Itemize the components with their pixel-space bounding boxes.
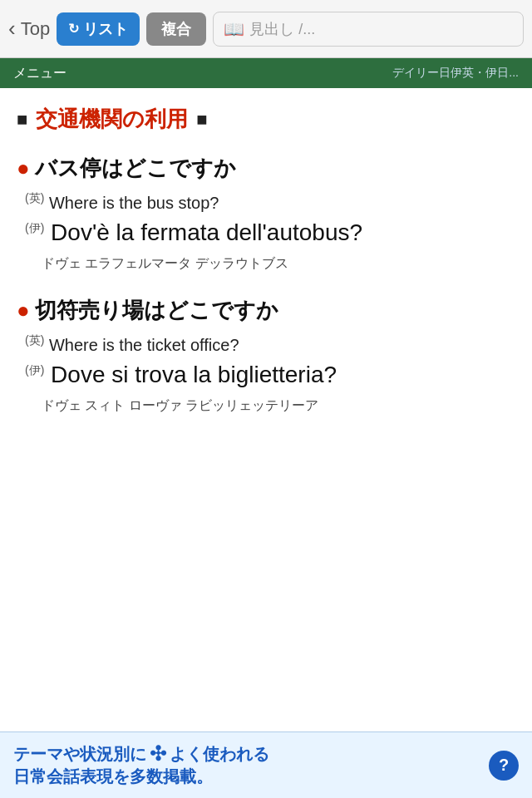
banner-line1-text2: よく使われる (170, 743, 269, 766)
midashi-button-label: 見出し /... (249, 19, 315, 39)
chapter-title-text: 交通機関の利用 (36, 105, 188, 134)
phrase-kana-text-2: ドヴェ スィト ローヴァ ラビッリェッテリーア (42, 398, 318, 412)
phrase-en-text-1: Where is the bus stop? (49, 194, 219, 212)
phrase-it-text-2: Dove si trova la biglietteria? (51, 362, 337, 387)
banner-line2: 日常会話表現を多数掲載。 (13, 766, 480, 788)
list-button-label: リスト (83, 19, 128, 39)
list-button[interactable]: ↻ リスト (57, 12, 140, 46)
phrase-title-1: ● バス停はどこですか (17, 154, 515, 183)
phrase-en-label-2: (英) (25, 333, 44, 347)
section-header: メニュー デイリー日伊英・伊日... (0, 58, 532, 88)
phrase-it-text-1: Dov'è la fermata dell'autobus? (51, 219, 362, 245)
phrase-it-label-1: (伊) (25, 220, 44, 234)
main-content: ■ 交通機関の利用 ■ ● バス停はどこですか (英) Where is the… (0, 88, 532, 732)
back-label: Top (21, 18, 50, 40)
banner-line1: テーマや状況別に ✣ よく使われる (13, 742, 480, 766)
phrase-en-2: (英) Where is the ticket office? (25, 333, 515, 355)
phrase-dot-2: ● (17, 298, 30, 323)
refresh-icon: ↻ (68, 21, 79, 37)
square-prefix-icon: ■ (17, 109, 27, 131)
square-suffix-icon: ■ (196, 109, 207, 131)
banner-line1-text: テーマや状況別に (13, 743, 146, 766)
phrase-en-1: (英) Where is the bus stop? (25, 191, 515, 213)
phrase-en-text-2: Where is the ticket office? (49, 336, 239, 354)
section-menu-label: メニュー (13, 65, 66, 82)
phrase-block-1: ● バス停はどこですか (英) Where is the bus stop? (… (17, 154, 515, 273)
chapter-title: ■ 交通機関の利用 ■ (17, 105, 515, 134)
phrase-kana-text-1: ドヴェ エラフェルマータ デッラウトブス (42, 256, 288, 270)
phrase-kana-2: ドヴェ スィト ローヴァ ラビッリェッテリーア (42, 397, 515, 415)
phrase-en-label-1: (英) (25, 191, 44, 204)
fukugo-button-label: 複合 (161, 21, 191, 37)
phrase-dot-1: ● (17, 155, 30, 181)
section-book-title: デイリー日伊英・伊日... (392, 66, 519, 81)
help-icon-button[interactable]: ? (489, 751, 519, 781)
hand-icon: ✣ (150, 742, 166, 766)
back-arrow-icon: ‹ (8, 16, 16, 42)
phrase-title-text-2: 切符売り場はどこですか (35, 296, 278, 325)
bottom-banner: テーマや状況別に ✣ よく使われる 日常会話表現を多数掲載。 ? (0, 732, 532, 798)
phrase-it-label-2: (伊) (25, 362, 44, 376)
midashi-button[interactable]: 📖 見出し /... (213, 12, 524, 47)
phrase-block-2: ● 切符売り場はどこですか (英) Where is the ticket of… (17, 296, 515, 415)
back-button[interactable]: ‹ Top (8, 16, 50, 42)
phrase-it-2: (伊) Dove si trova la biglietteria? (25, 358, 515, 391)
phrase-title-2: ● 切符売り場はどこですか (17, 296, 515, 325)
help-icon-label: ? (499, 756, 509, 775)
phrase-kana-1: ドヴェ エラフェルマータ デッラウトブス (42, 255, 515, 273)
phrase-title-text-1: バス停はどこですか (35, 154, 236, 183)
book-icon: 📖 (224, 19, 244, 39)
nav-bar: ‹ Top ↻ リスト 複合 📖 見出し /... (0, 0, 532, 58)
fukugo-button[interactable]: 複合 (146, 12, 206, 46)
banner-text-block: テーマや状況別に ✣ よく使われる 日常会話表現を多数掲載。 (13, 742, 480, 788)
phrase-it-1: (伊) Dov'è la fermata dell'autobus? (25, 216, 515, 249)
